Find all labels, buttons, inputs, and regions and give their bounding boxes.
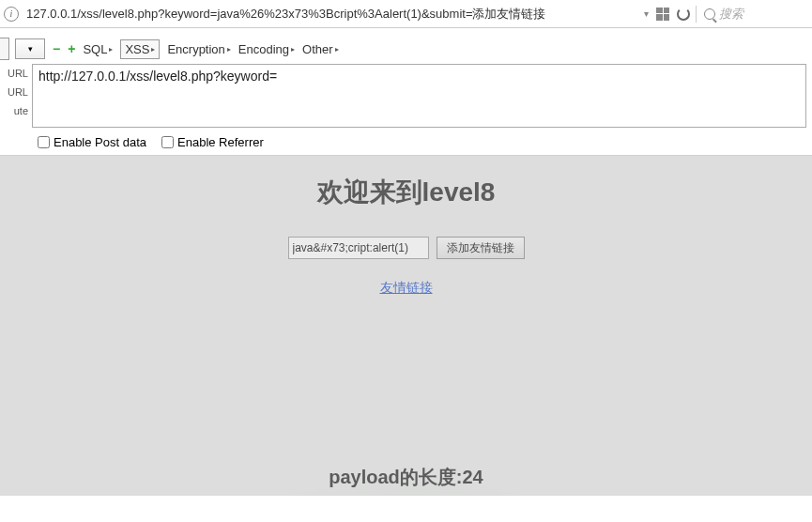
hackbar-toolbar-row: ▾ − + SQL▸ XSS▸ Encryption▸ Encoding▸ Ot… xyxy=(0,36,812,62)
form-row: 添加友情链接 xyxy=(0,237,812,259)
hackbar-side-labels: URL URL ute xyxy=(0,62,30,130)
encoding-menu[interactable]: Encoding▸ xyxy=(238,42,295,56)
xss-menu[interactable]: XSS▸ xyxy=(120,39,160,59)
dropdown-caret-icon[interactable]: ▾ xyxy=(644,8,649,19)
hackbar-url-textarea[interactable]: http://127.0.0.1/xss/level8.php?keyword= xyxy=(32,64,806,128)
payload-length-text: payload的长度:24 xyxy=(329,465,483,490)
friend-link[interactable]: 友情链接 xyxy=(380,280,433,295)
side-label-url2: URL xyxy=(2,86,28,98)
side-label-ute: ute xyxy=(2,105,28,116)
enable-post-data-checkbox[interactable]: Enable Post data xyxy=(38,135,146,149)
other-menu[interactable]: Other▸ xyxy=(302,42,339,56)
hackbar-body: URL URL ute http://127.0.0.1/xss/level8.… xyxy=(0,62,812,130)
browser-url-bar: i ▾ 搜索 xyxy=(0,0,812,28)
side-label-url: URL xyxy=(2,68,28,79)
hackbar-panel: ▾ − + SQL▸ XSS▸ Encryption▸ Encoding▸ Ot… xyxy=(0,36,812,156)
post-data-checkbox-input[interactable] xyxy=(38,136,50,148)
submit-button[interactable]: 添加友情链接 xyxy=(437,237,525,259)
search-box[interactable]: 搜索 xyxy=(696,6,808,23)
url-actions: ▾ xyxy=(644,8,690,21)
minus-icon[interactable]: − xyxy=(53,41,60,56)
search-icon xyxy=(704,8,715,20)
keyword-input[interactable] xyxy=(288,237,429,259)
search-placeholder: 搜索 xyxy=(719,6,743,23)
referrer-label: Enable Referrer xyxy=(177,135,264,149)
post-data-label: Enable Post data xyxy=(54,135,146,149)
toolbar-dropdown[interactable]: ▾ xyxy=(15,38,45,59)
page-content: 欢迎来到level8 添加友情链接 友情链接 payload的长度:24 完成的… xyxy=(0,156,812,496)
info-icon[interactable]: i xyxy=(4,7,19,22)
referrer-checkbox-input[interactable] xyxy=(161,136,174,148)
address-input[interactable] xyxy=(24,5,638,23)
hackbar-options: Enable Post data Enable Referrer xyxy=(0,130,812,155)
panel-tab[interactable] xyxy=(0,38,9,60)
qr-icon[interactable] xyxy=(656,8,669,21)
sql-menu[interactable]: SQL▸ xyxy=(83,42,113,56)
refresh-icon[interactable] xyxy=(677,8,690,21)
link-row: 友情链接 xyxy=(0,280,812,297)
page-title: 欢迎来到level8 xyxy=(0,175,812,210)
encryption-menu[interactable]: Encryption▸ xyxy=(167,42,230,56)
enable-referrer-checkbox[interactable]: Enable Referrer xyxy=(161,135,264,149)
plus-icon[interactable]: + xyxy=(68,41,75,56)
